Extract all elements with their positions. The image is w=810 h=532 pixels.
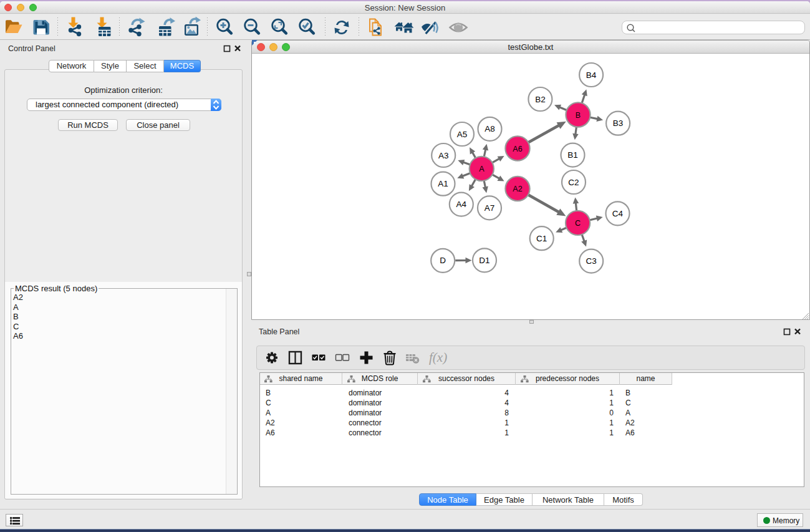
svg-text:B3: B3: [613, 118, 624, 128]
svg-text:A3: A3: [438, 151, 449, 160]
svg-text:B: B: [576, 111, 581, 120]
svg-text:A: A: [479, 165, 485, 173]
svg-text:B1: B1: [567, 150, 578, 160]
svg-text:A2: A2: [513, 185, 522, 193]
svg-text:C2: C2: [568, 178, 579, 187]
svg-text:A7: A7: [485, 203, 495, 213]
svg-text:C1: C1: [536, 234, 547, 243]
svg-text:D1: D1: [479, 256, 489, 265]
svg-text:f(x): f(x): [429, 350, 447, 365]
svg-text:D: D: [440, 256, 446, 265]
svg-text:C4: C4: [612, 209, 624, 218]
svg-text:B2: B2: [535, 95, 546, 104]
svg-text:A4: A4: [456, 200, 467, 209]
svg-text:B4: B4: [586, 70, 597, 80]
svg-text:A1: A1: [438, 179, 448, 188]
svg-text:C3: C3: [586, 256, 597, 266]
svg-text:C: C: [575, 219, 581, 228]
svg-text:A8: A8: [485, 124, 495, 133]
svg-text:A6: A6: [513, 145, 522, 153]
svg-text:A5: A5: [457, 130, 468, 139]
